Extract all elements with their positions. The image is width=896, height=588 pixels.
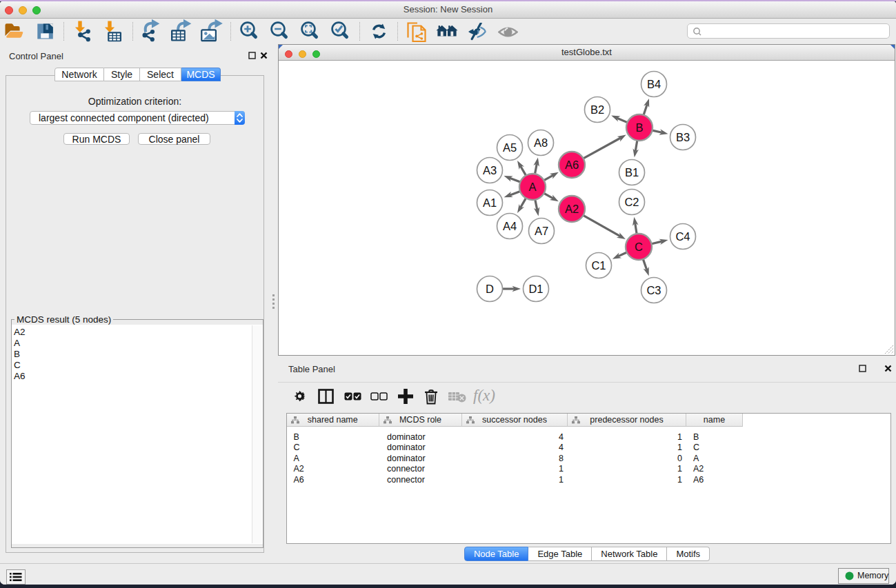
- svg-text:A1: A1: [483, 196, 497, 209]
- svg-text:A8: A8: [534, 136, 548, 149]
- svg-text:A4: A4: [503, 220, 517, 232]
- svg-text:B4: B4: [647, 78, 661, 90]
- svg-text:B2: B2: [590, 103, 604, 116]
- svg-text:C2: C2: [624, 196, 639, 208]
- svg-text:A2: A2: [565, 203, 579, 215]
- svg-text:B: B: [635, 121, 643, 134]
- svg-text:C: C: [635, 241, 643, 253]
- svg-text:B3: B3: [676, 131, 690, 143]
- svg-text:D: D: [486, 283, 494, 295]
- svg-text:C1: C1: [591, 259, 606, 272]
- svg-text:A6: A6: [565, 159, 579, 171]
- svg-text:A7: A7: [535, 225, 548, 237]
- svg-text:C4: C4: [675, 230, 690, 243]
- svg-text:C3: C3: [646, 284, 661, 296]
- svg-text:D1: D1: [528, 283, 543, 295]
- svg-text:A5: A5: [503, 141, 517, 154]
- svg-text:A: A: [528, 181, 536, 193]
- svg-text:B1: B1: [625, 166, 639, 179]
- svg-text:A3: A3: [483, 164, 497, 176]
